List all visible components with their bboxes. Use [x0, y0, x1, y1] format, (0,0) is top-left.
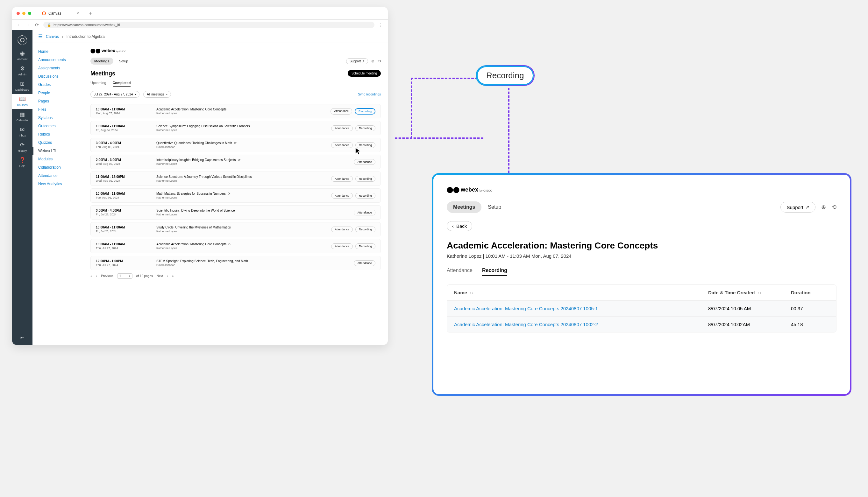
tab-setup[interactable]: Setup — [481, 201, 508, 213]
recording-button[interactable]: Recording — [355, 125, 375, 131]
tab-setup[interactable]: Setup — [115, 58, 132, 65]
meeting-row: 10:00AM - 11:00AMThu, Jul 27, 2024Academ… — [91, 239, 381, 253]
hamburger-icon[interactable]: ☰ — [38, 33, 43, 40]
recording-button[interactable]: Recording — [355, 176, 375, 182]
support-button[interactable]: Support ↗ — [346, 58, 368, 64]
col-date[interactable]: Date & Time Created — [708, 290, 755, 295]
coursemenu-item[interactable]: Home — [32, 47, 89, 56]
address-bar[interactable]: 🔒 https://www.canvas.com/courses/webex_l… — [43, 22, 374, 28]
globe-icon[interactable]: ⊕ — [371, 59, 374, 63]
prev-label[interactable]: Previous — [101, 274, 113, 278]
col-duration[interactable]: Duration — [791, 290, 811, 295]
tab-meetings[interactable]: Meetings — [447, 201, 481, 213]
globalnav-item-inbox[interactable]: ✉Inbox — [12, 124, 32, 140]
coursemenu-item[interactable]: Modules — [32, 155, 89, 163]
coursemenu-item[interactable]: Assignments — [32, 64, 89, 72]
last-page-icon[interactable]: » — [172, 274, 174, 278]
url-text: https://www.canvas.com/courses/webex_lti — [54, 23, 120, 27]
coursemenu-item[interactable]: Discussions — [32, 72, 89, 81]
reload-icon[interactable]: ⟳ — [35, 22, 40, 27]
back-icon[interactable]: ← — [16, 22, 22, 27]
coursemenu-item[interactable]: Attendance — [32, 171, 89, 180]
new-tab-button[interactable]: + — [89, 11, 92, 16]
attendance-button[interactable]: Attendance — [354, 260, 375, 266]
forward-icon[interactable]: → — [26, 22, 30, 27]
schedule-meeting-button[interactable]: Schedule meeting — [348, 70, 381, 77]
content-area: ☰ Canvas › Introduction to Algebra HomeA… — [32, 30, 388, 345]
attendance-button[interactable]: Attendance — [331, 227, 353, 232]
meeting-row: 10:00AM - 11:00AMFri, Jul 28, 2024Study … — [91, 222, 381, 237]
attendance-button[interactable]: Attendance — [331, 193, 353, 199]
recording-button[interactable]: Recording — [355, 108, 375, 115]
recording-duration: 45:18 — [791, 322, 829, 327]
globalnav-item-dashboard[interactable]: ⊞Dashboard — [12, 79, 32, 94]
globe-icon[interactable]: ⊕ — [821, 204, 826, 211]
close-window-button[interactable] — [16, 12, 20, 15]
globalnav-item-help[interactable]: ❓Help — [12, 155, 32, 170]
attendance-button[interactable]: Attendance — [354, 210, 375, 215]
first-page-icon[interactable]: « — [91, 274, 92, 278]
recording-row: Academic Acceleration: Mastering Core Co… — [447, 316, 836, 332]
meeting-row: 3:00PM - 4:00PMFri, Jul 28, 2024Scientif… — [91, 205, 381, 219]
next-page-icon[interactable]: › — [167, 274, 168, 278]
subtab-completed[interactable]: Completed — [113, 81, 131, 87]
collapse-nav-icon[interactable]: ⇤ — [20, 335, 25, 340]
next-label[interactable]: Next — [157, 274, 163, 278]
coursemenu-item[interactable]: Announcements — [32, 56, 89, 64]
back-button[interactable]: ‹ Back — [447, 221, 472, 231]
attendance-button[interactable]: Attendance — [331, 108, 352, 115]
maximize-window-button[interactable] — [28, 12, 31, 15]
coursemenu-item[interactable]: Pages — [32, 97, 89, 105]
meeting-time: 11:00AM - 12:00PMWed, Aug 02, 2024 — [96, 175, 156, 182]
coursemenu-item[interactable]: Grades — [32, 81, 89, 89]
date-range-filter[interactable]: Jul 27, 2024 - Aug 27, 2024 ▾ — [91, 91, 139, 98]
globalnav-item-history[interactable]: ⟳History — [12, 140, 32, 155]
coursemenu-item[interactable]: Collaboration — [32, 163, 89, 171]
coursemenu-item[interactable]: Webex LTI — [32, 147, 89, 155]
recording-link[interactable]: Academic Acceleration: Mastering Core Co… — [454, 322, 598, 327]
recording-link[interactable]: Academic Acceleration: Mastering Core Co… — [454, 306, 598, 311]
attendance-button[interactable]: Attendance — [331, 243, 353, 249]
globalnav-item-admin[interactable]: ⚙Admin — [12, 63, 32, 79]
sort-icon[interactable]: ↑↓ — [757, 290, 761, 295]
coursemenu-item[interactable]: Files — [32, 105, 89, 114]
globalnav-item-courses[interactable]: 📖Courses — [12, 94, 32, 109]
attendance-button[interactable]: Attendance — [331, 176, 353, 182]
coursemenu-item[interactable]: New Analytics — [32, 180, 89, 188]
page-input[interactable]: 1 ▾ — [117, 273, 133, 279]
coursemenu-item[interactable]: People — [32, 89, 89, 97]
recording-button[interactable]: Recording — [355, 227, 375, 232]
attendance-button[interactable]: Attendance — [331, 125, 353, 131]
globalnav-item-calendar[interactable]: ▦Calendar — [12, 109, 32, 124]
browser-menu-icon[interactable]: ⋮ — [378, 22, 383, 28]
col-name[interactable]: Name — [454, 290, 467, 295]
signout-icon[interactable]: ⟲ — [378, 59, 381, 63]
signout-icon[interactable]: ⟲ — [832, 204, 837, 211]
globalnav-item-account[interactable]: ◉Account — [12, 48, 32, 63]
recording-detail-panel: ⬤⬤ webex by CISCO Meetings Setup Support… — [432, 173, 852, 396]
coursemenu-item[interactable]: Syllabus — [32, 114, 89, 122]
subtab-attendance[interactable]: Attendance — [447, 268, 472, 276]
sync-recordings-link[interactable]: Sync recordings — [358, 93, 381, 96]
attendance-button[interactable]: Attendance — [354, 159, 375, 165]
coursemenu-item[interactable]: Rubics — [32, 130, 89, 138]
recording-button[interactable]: Recording — [355, 142, 375, 148]
tab-meetings[interactable]: Meetings — [91, 58, 113, 65]
browser-tab[interactable]: Canvas × — [38, 10, 83, 17]
coursemenu-item[interactable]: Outcomes — [32, 122, 89, 130]
globalnav-label: Dashboard — [15, 88, 29, 91]
close-tab-icon[interactable]: × — [77, 11, 79, 16]
scope-filter[interactable]: All meetings ▾ — [143, 91, 171, 98]
canvas-logo[interactable] — [17, 35, 27, 45]
coursemenu-item[interactable]: Quizzes — [32, 138, 89, 147]
recording-button[interactable]: Recording — [355, 243, 375, 249]
subtab-recording[interactable]: Recording — [482, 268, 507, 276]
minimize-window-button[interactable] — [22, 12, 26, 15]
prev-page-icon[interactable]: ‹ — [96, 274, 97, 278]
breadcrumb-link[interactable]: Canvas — [46, 34, 59, 39]
recording-button[interactable]: Recording — [355, 193, 375, 199]
subtab-upcoming[interactable]: Upcoming — [91, 81, 106, 87]
attendance-button[interactable]: Attendance — [331, 142, 353, 148]
support-button[interactable]: Support ↗ — [781, 202, 815, 213]
sort-icon[interactable]: ↑↓ — [470, 290, 474, 295]
